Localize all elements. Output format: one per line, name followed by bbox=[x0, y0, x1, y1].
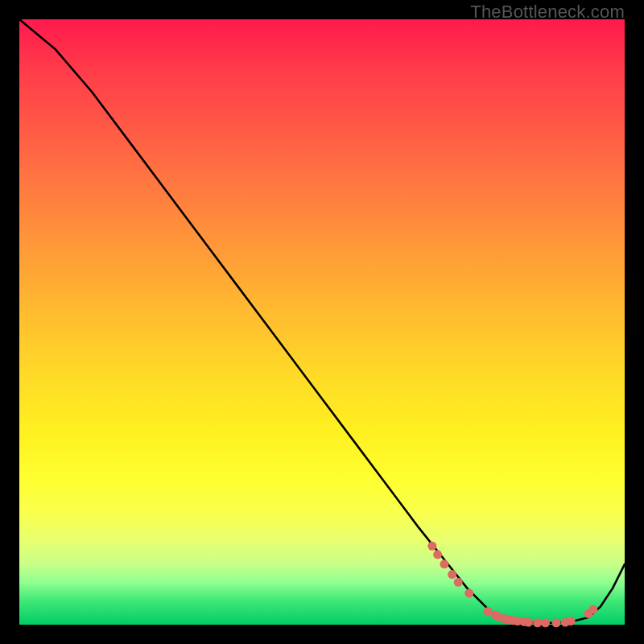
chart-marker bbox=[464, 588, 473, 597]
chart-marker bbox=[433, 550, 442, 559]
chart-marker bbox=[454, 578, 463, 587]
chart-markers bbox=[427, 542, 597, 628]
chart-svg bbox=[19, 19, 625, 625]
chart-marker bbox=[588, 605, 597, 614]
chart-marker bbox=[541, 618, 550, 627]
chart-marker bbox=[524, 617, 533, 626]
chart-curve bbox=[19, 19, 625, 623]
chart-marker bbox=[533, 618, 542, 627]
chart-plot-area bbox=[19, 19, 625, 625]
chart-marker bbox=[448, 570, 456, 579]
watermark-text: TheBottleneck.com bbox=[470, 2, 625, 23]
chart-marker bbox=[440, 559, 448, 568]
chart-frame: TheBottleneck.com bbox=[0, 0, 644, 644]
chart-marker bbox=[427, 542, 436, 551]
chart-marker bbox=[567, 617, 576, 625]
chart-marker bbox=[552, 618, 561, 627]
